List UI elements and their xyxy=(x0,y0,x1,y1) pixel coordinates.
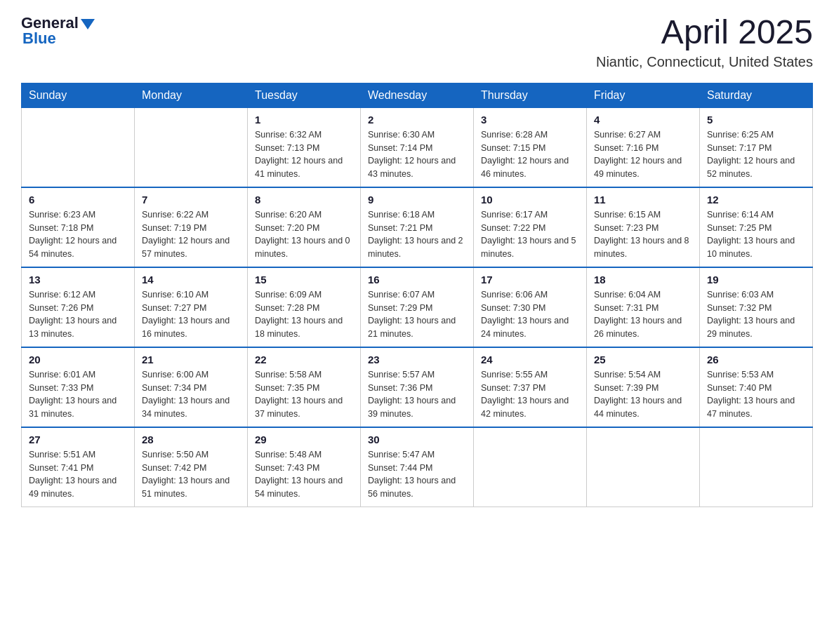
day-number: 4 xyxy=(594,114,692,126)
day-number: 9 xyxy=(368,194,466,206)
day-info: Sunrise: 6:15 AMSunset: 7:23 PMDaylight:… xyxy=(594,208,692,261)
day-number: 26 xyxy=(707,354,805,365)
day-info: Sunrise: 6:12 AMSunset: 7:26 PMDaylight:… xyxy=(29,288,127,341)
day-number: 11 xyxy=(594,194,692,206)
calendar-cell: 15Sunrise: 6:09 AMSunset: 7:28 PMDayligh… xyxy=(248,267,361,347)
page-header: General Blue April 2025 Niantic, Connect… xyxy=(21,14,813,70)
month-title: April 2025 xyxy=(596,14,813,51)
day-info: Sunrise: 6:09 AMSunset: 7:28 PMDaylight:… xyxy=(255,288,353,341)
weekday-header-tuesday: Tuesday xyxy=(248,83,361,107)
calendar-cell: 18Sunrise: 6:04 AMSunset: 7:31 PMDayligh… xyxy=(587,267,700,347)
title-area: April 2025 Niantic, Connecticut, United … xyxy=(596,14,813,70)
day-info: Sunrise: 6:32 AMSunset: 7:13 PMDaylight:… xyxy=(255,128,353,181)
calendar-cell: 1Sunrise: 6:32 AMSunset: 7:13 PMDaylight… xyxy=(248,107,361,187)
day-number: 8 xyxy=(255,194,353,206)
day-number: 24 xyxy=(481,354,579,365)
calendar-cell: 8Sunrise: 6:20 AMSunset: 7:20 PMDaylight… xyxy=(248,187,361,267)
calendar-cell: 14Sunrise: 6:10 AMSunset: 7:27 PMDayligh… xyxy=(135,267,248,347)
calendar-cell: 13Sunrise: 6:12 AMSunset: 7:26 PMDayligh… xyxy=(22,267,135,347)
day-number: 30 xyxy=(368,434,466,445)
calendar-week-row: 27Sunrise: 5:51 AMSunset: 7:41 PMDayligh… xyxy=(22,427,813,507)
weekday-header-sunday: Sunday xyxy=(22,83,135,107)
calendar-cell: 26Sunrise: 5:53 AMSunset: 7:40 PMDayligh… xyxy=(700,347,813,427)
day-number: 29 xyxy=(255,434,353,445)
day-number: 13 xyxy=(29,274,127,286)
day-info: Sunrise: 6:04 AMSunset: 7:31 PMDaylight:… xyxy=(594,288,692,341)
day-number: 19 xyxy=(707,274,805,286)
day-number: 28 xyxy=(142,434,240,445)
day-number: 2 xyxy=(368,114,466,126)
calendar-cell xyxy=(700,427,813,507)
calendar-cell: 23Sunrise: 5:57 AMSunset: 7:36 PMDayligh… xyxy=(361,347,474,427)
day-info: Sunrise: 5:58 AMSunset: 7:35 PMDaylight:… xyxy=(255,368,353,421)
calendar-cell: 6Sunrise: 6:23 AMSunset: 7:18 PMDaylight… xyxy=(22,187,135,267)
calendar-cell: 24Sunrise: 5:55 AMSunset: 7:37 PMDayligh… xyxy=(474,347,587,427)
day-number: 23 xyxy=(368,354,466,365)
calendar-cell: 25Sunrise: 5:54 AMSunset: 7:39 PMDayligh… xyxy=(587,347,700,427)
calendar-week-row: 6Sunrise: 6:23 AMSunset: 7:18 PMDaylight… xyxy=(22,187,813,267)
day-number: 16 xyxy=(368,274,466,286)
calendar-cell xyxy=(587,427,700,507)
day-number: 14 xyxy=(142,274,240,286)
day-number: 6 xyxy=(29,194,127,206)
day-info: Sunrise: 5:55 AMSunset: 7:37 PMDaylight:… xyxy=(481,368,579,421)
day-number: 7 xyxy=(142,194,240,206)
calendar-cell: 2Sunrise: 6:30 AMSunset: 7:14 PMDaylight… xyxy=(361,107,474,187)
calendar-cell: 27Sunrise: 5:51 AMSunset: 7:41 PMDayligh… xyxy=(22,427,135,507)
calendar-week-row: 1Sunrise: 6:32 AMSunset: 7:13 PMDaylight… xyxy=(22,107,813,187)
day-info: Sunrise: 6:10 AMSunset: 7:27 PMDaylight:… xyxy=(142,288,240,341)
day-info: Sunrise: 6:28 AMSunset: 7:15 PMDaylight:… xyxy=(481,128,579,181)
day-info: Sunrise: 6:27 AMSunset: 7:16 PMDaylight:… xyxy=(594,128,692,181)
day-info: Sunrise: 6:14 AMSunset: 7:25 PMDaylight:… xyxy=(707,208,805,261)
day-info: Sunrise: 6:20 AMSunset: 7:20 PMDaylight:… xyxy=(255,208,353,261)
day-info: Sunrise: 6:25 AMSunset: 7:17 PMDaylight:… xyxy=(707,128,805,181)
day-info: Sunrise: 6:30 AMSunset: 7:14 PMDaylight:… xyxy=(368,128,466,181)
calendar-cell: 7Sunrise: 6:22 AMSunset: 7:19 PMDaylight… xyxy=(135,187,248,267)
day-info: Sunrise: 6:17 AMSunset: 7:22 PMDaylight:… xyxy=(481,208,579,261)
day-info: Sunrise: 6:00 AMSunset: 7:34 PMDaylight:… xyxy=(142,368,240,421)
logo: General Blue xyxy=(21,14,95,48)
day-number: 22 xyxy=(255,354,353,365)
day-number: 25 xyxy=(594,354,692,365)
calendar-cell: 29Sunrise: 5:48 AMSunset: 7:43 PMDayligh… xyxy=(248,427,361,507)
day-number: 3 xyxy=(481,114,579,126)
calendar-cell: 10Sunrise: 6:17 AMSunset: 7:22 PMDayligh… xyxy=(474,187,587,267)
calendar-cell xyxy=(22,107,135,187)
weekday-header-saturday: Saturday xyxy=(700,83,813,107)
calendar-week-row: 13Sunrise: 6:12 AMSunset: 7:26 PMDayligh… xyxy=(22,267,813,347)
day-number: 12 xyxy=(707,194,805,206)
weekday-header-friday: Friday xyxy=(587,83,700,107)
calendar-cell: 9Sunrise: 6:18 AMSunset: 7:21 PMDaylight… xyxy=(361,187,474,267)
weekday-header-wednesday: Wednesday xyxy=(361,83,474,107)
calendar-cell: 4Sunrise: 6:27 AMSunset: 7:16 PMDaylight… xyxy=(587,107,700,187)
day-info: Sunrise: 5:53 AMSunset: 7:40 PMDaylight:… xyxy=(707,368,805,421)
logo-blue-text: Blue xyxy=(21,29,56,48)
day-info: Sunrise: 6:06 AMSunset: 7:30 PMDaylight:… xyxy=(481,288,579,341)
location-subtitle: Niantic, Connecticut, United States xyxy=(596,54,813,70)
calendar-table: SundayMondayTuesdayWednesdayThursdayFrid… xyxy=(21,83,813,507)
weekday-header-monday: Monday xyxy=(135,83,248,107)
day-info: Sunrise: 6:23 AMSunset: 7:18 PMDaylight:… xyxy=(29,208,127,261)
day-number: 21 xyxy=(142,354,240,365)
day-info: Sunrise: 6:22 AMSunset: 7:19 PMDaylight:… xyxy=(142,208,240,261)
day-number: 15 xyxy=(255,274,353,286)
weekday-header-row: SundayMondayTuesdayWednesdayThursdayFrid… xyxy=(22,83,813,107)
day-info: Sunrise: 6:01 AMSunset: 7:33 PMDaylight:… xyxy=(29,368,127,421)
weekday-header-thursday: Thursday xyxy=(474,83,587,107)
day-number: 20 xyxy=(29,354,127,365)
day-info: Sunrise: 5:50 AMSunset: 7:42 PMDaylight:… xyxy=(142,448,240,501)
day-info: Sunrise: 5:51 AMSunset: 7:41 PMDaylight:… xyxy=(29,448,127,501)
calendar-cell: 17Sunrise: 6:06 AMSunset: 7:30 PMDayligh… xyxy=(474,267,587,347)
calendar-cell: 12Sunrise: 6:14 AMSunset: 7:25 PMDayligh… xyxy=(700,187,813,267)
calendar-week-row: 20Sunrise: 6:01 AMSunset: 7:33 PMDayligh… xyxy=(22,347,813,427)
day-number: 17 xyxy=(481,274,579,286)
calendar-cell: 28Sunrise: 5:50 AMSunset: 7:42 PMDayligh… xyxy=(135,427,248,507)
calendar-cell: 16Sunrise: 6:07 AMSunset: 7:29 PMDayligh… xyxy=(361,267,474,347)
day-number: 1 xyxy=(255,114,353,126)
calendar-cell: 21Sunrise: 6:00 AMSunset: 7:34 PMDayligh… xyxy=(135,347,248,427)
calendar-cell: 11Sunrise: 6:15 AMSunset: 7:23 PMDayligh… xyxy=(587,187,700,267)
calendar-cell: 5Sunrise: 6:25 AMSunset: 7:17 PMDaylight… xyxy=(700,107,813,187)
day-number: 10 xyxy=(481,194,579,206)
calendar-cell: 20Sunrise: 6:01 AMSunset: 7:33 PMDayligh… xyxy=(22,347,135,427)
day-info: Sunrise: 6:03 AMSunset: 7:32 PMDaylight:… xyxy=(707,288,805,341)
